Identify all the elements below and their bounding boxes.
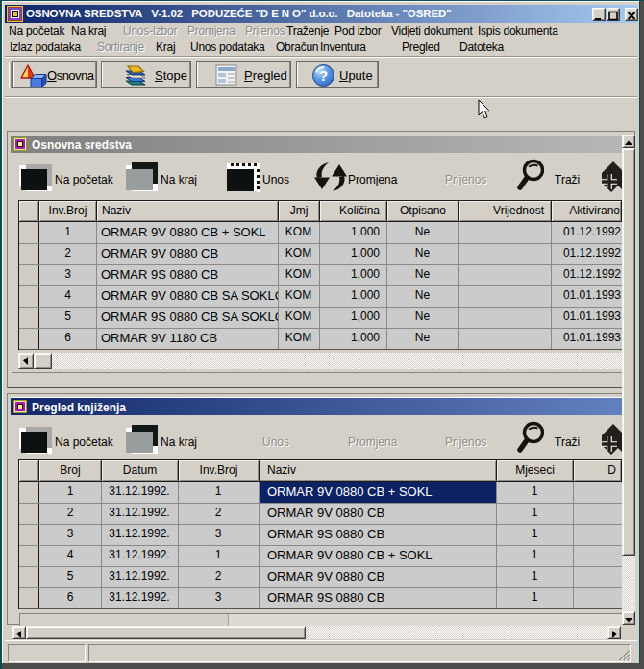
svg-text:?: ?	[319, 67, 328, 84]
